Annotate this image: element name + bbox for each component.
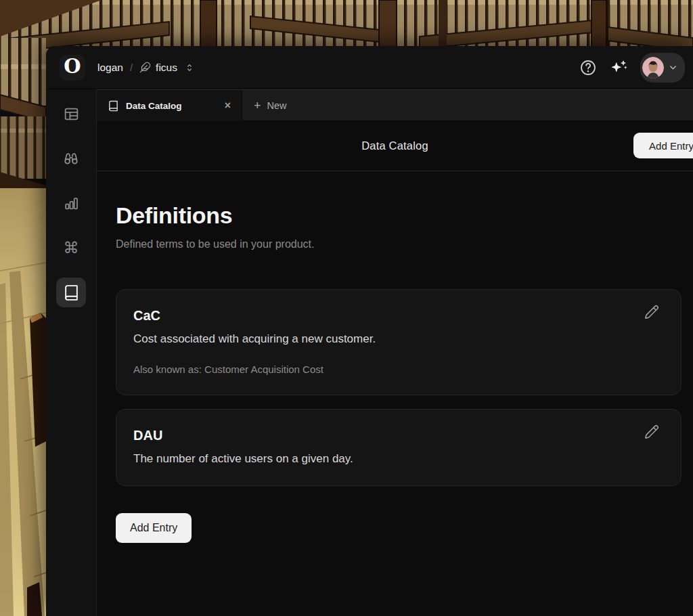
sidebar-item-commands[interactable]: ⌘ (56, 233, 86, 263)
sidebar-item-charts[interactable] (56, 188, 86, 218)
app-window: O logan / ficus (46, 46, 693, 616)
book-icon (63, 284, 80, 301)
tab-bar: Data Catalog × + New (97, 89, 693, 121)
breadcrumb-workspace[interactable]: logan (97, 62, 123, 74)
term-aka: Also known as: Customer Acquisition Cost (133, 363, 663, 376)
breadcrumb-project-name[interactable]: ficus (156, 62, 177, 74)
command-icon: ⌘ (64, 240, 79, 256)
sidebar-item-tables[interactable] (56, 99, 86, 129)
term-title: CaC (133, 307, 663, 324)
definition-card-cac: CaC Cost associated with acquiring a new… (116, 289, 681, 395)
binoculars-icon (62, 150, 80, 167)
main-area: Data Catalog × + New Data Catalog Add En… (97, 89, 693, 616)
add-entry-button-bottom[interactable]: Add Entry (116, 513, 192, 543)
account-menu[interactable] (640, 53, 685, 83)
definition-card-dau: DAU The number of active users on a give… (116, 409, 681, 486)
breadcrumb-separator: / (130, 62, 133, 73)
book-icon (108, 100, 119, 112)
help-icon[interactable] (579, 59, 597, 76)
term-definition: Cost associated with acquiring a new cus… (133, 332, 663, 347)
edit-pencil-icon[interactable] (644, 424, 659, 439)
page-title: Data Catalog (361, 139, 428, 152)
term-definition: The number of active users on a given da… (133, 452, 663, 466)
section-subheading: Defined terms to be used in your product… (116, 238, 681, 250)
sparkles-icon[interactable] (608, 59, 629, 76)
bar-chart-icon (63, 195, 80, 212)
chevron-expand-icon[interactable] (184, 62, 195, 73)
add-entry-button-top[interactable]: Add Entry (633, 133, 693, 158)
app-header: O logan / ficus (46, 46, 693, 89)
close-icon[interactable]: × (222, 99, 233, 112)
content: Definitions Defined terms to be used in … (97, 171, 693, 616)
plus-icon: + (254, 100, 261, 112)
table-icon (63, 106, 80, 123)
app-logo[interactable]: O (60, 55, 85, 81)
tab-label: Data Catalog (126, 101, 215, 111)
edit-pencil-icon[interactable] (644, 305, 659, 320)
tab-data-catalog[interactable]: Data Catalog × (97, 90, 242, 121)
feather-icon (139, 62, 151, 73)
new-tab-label: New (267, 100, 287, 111)
term-title: DAU (133, 427, 663, 443)
sidebar-item-catalog[interactable] (56, 278, 86, 307)
breadcrumb-project[interactable]: ficus (139, 62, 177, 74)
sidebar: ⌘ (46, 89, 97, 616)
breadcrumb[interactable]: logan / ficus (97, 62, 195, 74)
app-logo-glyph: O (64, 57, 81, 76)
sidebar-item-explore[interactable] (56, 144, 86, 173)
chevron-down-icon (668, 62, 678, 72)
section-heading: Definitions (116, 202, 681, 229)
app-body: ⌘ (46, 89, 693, 616)
header-actions (579, 53, 685, 83)
avatar (642, 57, 664, 79)
page-header: Data Catalog Add Entry (97, 121, 693, 171)
new-tab-button[interactable]: + New (242, 90, 298, 121)
definition-list: CaC Cost associated with acquiring a new… (116, 289, 681, 486)
